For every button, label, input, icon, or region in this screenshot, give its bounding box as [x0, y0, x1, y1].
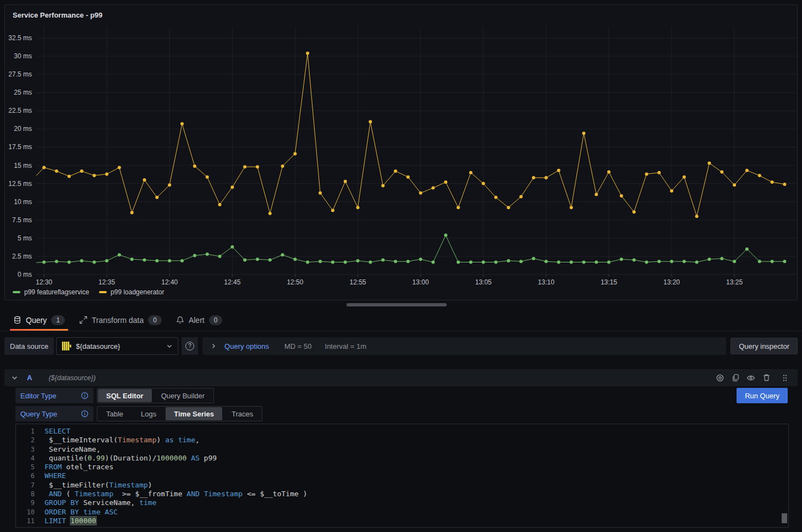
- sql-token: time: [83, 508, 100, 516]
- database-icon: [13, 316, 21, 324]
- run-query-button[interactable]: Run Query: [737, 388, 788, 403]
- line-number: 9: [16, 498, 35, 507]
- duplicate-query-button[interactable]: [729, 372, 741, 384]
- code-content[interactable]: AND ( Timestamp >= $__fromTime AND Times…: [35, 490, 307, 498]
- y-axis-label: 20 ms: [14, 125, 32, 133]
- data-point: [155, 259, 158, 262]
- remove-query-button[interactable]: [760, 372, 772, 384]
- sql-token: 0.99: [87, 454, 105, 462]
- hide-query-button[interactable]: [745, 372, 757, 384]
- data-point: [356, 206, 360, 209]
- query-inspector-button[interactable]: Query inspector: [730, 338, 798, 354]
- code-line: 3 ServiceName,: [16, 445, 788, 454]
- legend-label: p99 loadgenerator: [111, 288, 164, 296]
- editor-type-group: SQL EditorQuery Builder: [97, 388, 214, 403]
- tab-transform-data[interactable]: Transform data0: [74, 309, 167, 331]
- line-number: 5: [16, 463, 35, 471]
- data-point: [733, 260, 736, 263]
- data-point: [218, 203, 222, 206]
- data-point: [633, 259, 636, 262]
- option-table[interactable]: Table: [98, 407, 131, 420]
- code-content[interactable]: $__timeInterval(Timestamp) as time,: [35, 436, 200, 445]
- query-options-strip[interactable]: Query options MD = 50 Interval = 1m: [202, 337, 726, 355]
- y-axis-label: 15 ms: [14, 162, 32, 169]
- option-time-series[interactable]: Time Series: [166, 407, 222, 420]
- query-datasource-hint: (${datasource}): [48, 374, 95, 382]
- data-point: [180, 259, 184, 262]
- editor-tabs: Query1Transform data0Alert0: [4, 309, 228, 331]
- min-interval-value: Interval = 1m: [325, 342, 367, 350]
- sql-token: time: [139, 498, 156, 507]
- data-point: [318, 260, 322, 263]
- timeseries-chart[interactable]: 0 ms2.5 ms5 ms7.5 ms10 ms12.5 ms15 ms17.…: [5, 5, 798, 301]
- max-data-points-value: MD = 50: [284, 342, 312, 350]
- sql-token: 100000: [70, 517, 96, 525]
- data-point: [469, 261, 473, 264]
- x-axis-label: 12:35: [98, 278, 115, 286]
- line-number: 7: [16, 481, 35, 490]
- data-point: [30, 261, 33, 265]
- sql-code-editor[interactable]: 1SELECT2 $__timeInterval(Timestamp) as t…: [15, 424, 789, 528]
- tab-alert[interactable]: Alert0: [171, 309, 228, 331]
- data-point: [557, 261, 561, 264]
- code-content[interactable]: SELECT: [35, 427, 70, 436]
- sql-token: WHERE: [45, 471, 66, 480]
- data-point: [419, 257, 422, 261]
- y-axis-label: 7.5 ms: [12, 216, 32, 224]
- editor-scrollbar-thumb[interactable]: [782, 513, 787, 523]
- sql-token: [101, 508, 105, 516]
- datasource-picker[interactable]: ${datasource}: [56, 337, 178, 355]
- code-content[interactable]: $__timeFilter(Timestamp): [35, 481, 152, 490]
- data-point: [180, 122, 184, 125]
- x-axis-label: 13:00: [413, 278, 429, 286]
- code-content[interactable]: WHERE: [35, 471, 66, 480]
- data-point: [720, 171, 723, 174]
- data-point: [771, 260, 774, 263]
- chevron-down-icon[interactable]: [11, 374, 18, 381]
- data-point: [444, 234, 447, 237]
- code-content[interactable]: GROUP BY ServiceName, time: [35, 498, 157, 507]
- tab-query[interactable]: Query1: [8, 309, 70, 331]
- data-point: [193, 254, 196, 257]
- data-point: [344, 261, 347, 264]
- drag-handle[interactable]: [779, 372, 791, 384]
- line-number: 6: [16, 471, 35, 480]
- x-axis-label: 13:10: [538, 278, 554, 286]
- data-point: [695, 261, 699, 264]
- field-label-text: Query Type: [20, 410, 57, 418]
- option-sql-editor[interactable]: SQL Editor: [98, 389, 152, 402]
- code-content[interactable]: ServiceName,: [35, 445, 101, 454]
- code-content[interactable]: ORDER BY time ASC: [35, 508, 118, 517]
- y-axis-label: 10 ms: [14, 198, 32, 206]
- x-axis-label: 12:50: [287, 278, 303, 286]
- code-content[interactable]: LIMIT 100000: [35, 517, 96, 525]
- legend-item-p99-loadgenerator[interactable]: p99 loadgenerator: [99, 288, 164, 296]
- sql-token: >= $__fromTime: [113, 490, 186, 498]
- datasource-help-button[interactable]: ?: [182, 337, 198, 355]
- code-content[interactable]: FROM otel_traces: [35, 463, 113, 471]
- data-point: [168, 183, 171, 187]
- line-number: 11: [16, 517, 35, 525]
- horizontal-scrollbar-thumb[interactable]: [347, 303, 447, 306]
- sql-token: ServiceName,: [79, 498, 135, 507]
- timeseries-panel: Service Performance - p99 0 ms2.5 ms5 ms…: [4, 4, 798, 300]
- info-icon[interactable]: [81, 392, 89, 399]
- query-ref-name[interactable]: A: [27, 374, 32, 382]
- data-point: [331, 261, 334, 264]
- code-content[interactable]: quantile(0.99)(Duration)/1000000 AS p99: [35, 454, 217, 463]
- option-query-builder[interactable]: Query Builder: [153, 389, 213, 402]
- code-line: 4 quantile(0.99)(Duration)/1000000 AS p9…: [16, 454, 788, 463]
- data-point: [281, 253, 284, 256]
- editor-type-row: Editor Type SQL EditorQuery Builder: [15, 388, 214, 403]
- record-query-button[interactable]: [714, 372, 726, 384]
- sql-token: Timestamp: [204, 490, 243, 498]
- sql-token: ServiceName,: [45, 445, 101, 453]
- legend-item-p99-featureflagservice[interactable]: p99 featureflagservice: [13, 288, 89, 296]
- option-traces[interactable]: Traces: [223, 407, 261, 420]
- option-logs[interactable]: Logs: [133, 407, 164, 420]
- data-point: [155, 196, 158, 199]
- sql-token: AND: [186, 490, 199, 498]
- query-row-header: A (${datasource}): [4, 369, 798, 386]
- info-icon[interactable]: [81, 410, 89, 418]
- sql-token: [186, 454, 191, 462]
